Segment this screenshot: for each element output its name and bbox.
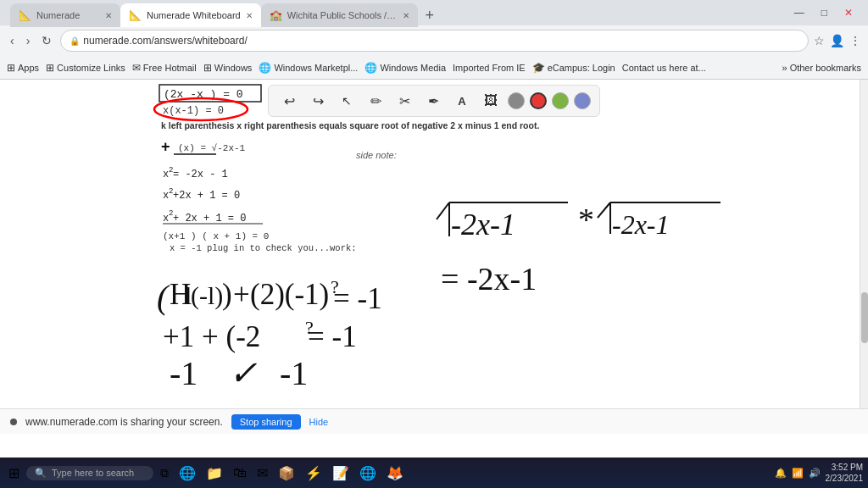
maximize-button[interactable]: □: [818, 7, 831, 19]
bm-marketplace[interactable]: 🌐 Windows Marketpl...: [259, 62, 358, 74]
bm-windows[interactable]: ⊞ Windows: [203, 62, 253, 74]
search-icon: 🔍: [35, 468, 47, 479]
redo-button[interactable]: ↪: [306, 89, 330, 113]
svg-rect-0: [159, 85, 261, 102]
customize-icon: ⊞: [46, 62, 54, 74]
tab-favicon-1: 📐: [19, 9, 31, 21]
svg-text:(-l): (-l): [191, 281, 223, 310]
image-button[interactable]: 🖼: [479, 89, 503, 113]
svg-text:l: l: [185, 281, 192, 309]
store-icon[interactable]: 🛍: [230, 465, 250, 480]
select-button[interactable]: ↖: [335, 89, 359, 113]
star-icon[interactable]: ☆: [814, 34, 825, 47]
extensions-icon[interactable]: ⋮: [849, 34, 861, 47]
ecampus-icon: 🎓: [532, 62, 545, 74]
bm-imported[interactable]: Imported From IE: [453, 63, 526, 73]
sharing-indicator: [10, 419, 17, 425]
dropbox-icon[interactable]: 📦: [275, 465, 298, 481]
windows-start-icon[interactable]: ⊞: [5, 465, 23, 481]
svg-text:): ): [222, 278, 232, 311]
svg-text:?: ?: [331, 276, 339, 297]
svg-point-2: [154, 98, 248, 120]
svg-text:✓: ✓: [229, 354, 258, 392]
pen-button[interactable]: ✒: [421, 89, 445, 113]
tab-whiteboard[interactable]: 📐 Numerade Whiteboard ✕: [120, 3, 261, 27]
svg-text:x: x: [163, 213, 169, 225]
close-button[interactable]: ✕: [841, 7, 856, 19]
scrollbar[interactable]: [860, 80, 868, 434]
svg-text:(x) = √-2x-1: (x) = √-2x-1: [178, 143, 246, 153]
svg-text:(2x  -x ) = 0: (2x -x ) = 0: [164, 88, 243, 101]
lock-icon: 🔒: [70, 36, 80, 46]
app-icon-5[interactable]: ⚡: [302, 465, 326, 481]
sharing-message: www.numerade.com is sharing your screen.: [25, 416, 223, 428]
svg-text:2: 2: [169, 187, 173, 196]
windows-icon: ⊞: [203, 62, 212, 74]
svg-text:-2x-1: -2x-1: [451, 208, 515, 241]
text-button[interactable]: A: [450, 89, 474, 113]
clock[interactable]: 3:52 PM 2/23/2021: [826, 462, 864, 484]
back-button[interactable]: ‹: [7, 32, 18, 49]
network-icon[interactable]: 📶: [792, 468, 804, 479]
undo-button[interactable]: ↩: [277, 89, 301, 113]
address-bar[interactable]: 🔒 numerade.com/answers/whiteboard/: [60, 30, 809, 52]
word-icon[interactable]: 📝: [329, 465, 353, 481]
new-tab-button[interactable]: +: [418, 3, 442, 27]
svg-text:k left parenthesis x right par: k left parenthesis x right parenthesis e…: [161, 120, 539, 130]
svg-text:(2)(-1): (2)(-1): [250, 278, 329, 311]
svg-text:+2x  + 1 = 0: +2x + 1 = 0: [173, 190, 240, 202]
tab-numerade[interactable]: 📐 Numerade ✕: [10, 3, 120, 27]
mail-icon[interactable]: ✉: [253, 465, 271, 481]
svg-text:+: +: [233, 278, 250, 311]
svg-text:x(x-1)  =  0: x(x-1) = 0: [163, 105, 224, 117]
forward-button[interactable]: ›: [23, 32, 34, 49]
bm-hotmail[interactable]: ✉ Free Hotmail: [132, 62, 197, 74]
bm-media[interactable]: 🌐 Windows Media: [364, 62, 446, 74]
bm-other[interactable]: » Other bookmarks: [782, 63, 862, 73]
explorer-icon[interactable]: 📁: [203, 465, 226, 481]
tab-close-2[interactable]: ✕: [246, 11, 253, 20]
svg-text:x = -1 plug in to check you...: x = -1 plug in to check you...work:: [170, 243, 357, 253]
edge-icon[interactable]: 🌐: [175, 465, 199, 481]
hide-button[interactable]: Hide: [309, 417, 329, 427]
whiteboard-toolbar: ↩ ↪ ↖ ✏ ✂ ✒ A 🖼: [268, 85, 600, 117]
taskbar: ⊞ 🔍 Type here to search ⧉ 🌐 📁 🛍 ✉ 📦 ⚡ 📝 …: [0, 458, 868, 488]
tab-wichita[interactable]: 🏫 Wichita Public Schools / Homep… ✕: [261, 3, 418, 27]
pencil-button[interactable]: ✏: [364, 89, 387, 113]
minimize-button[interactable]: —: [791, 7, 808, 19]
bm-ecampus[interactable]: 🎓 eCampus: Login: [532, 62, 615, 74]
taskbar-search[interactable]: 🔍 Type here to search: [26, 466, 153, 480]
media-icon: 🌐: [364, 62, 377, 74]
sharing-bar: www.numerade.com is sharing your screen.…: [0, 408, 868, 434]
tab-close-3[interactable]: ✕: [403, 11, 409, 20]
eraser-button[interactable]: ✂: [392, 89, 416, 113]
svg-text:= -2x-1: = -2x-1: [441, 261, 537, 297]
tab-close-1[interactable]: ✕: [105, 11, 112, 20]
task-view-icon[interactable]: ⧉: [157, 466, 172, 480]
svg-text:+: +: [161, 138, 170, 155]
chrome-icon[interactable]: 🌐: [356, 465, 380, 481]
tab-label-1: Numerade: [36, 10, 80, 20]
whiteboard-canvas[interactable]: (2x -x ) = 0 x(x-1) = 0 k left parenthes…: [0, 80, 868, 434]
volume-icon[interactable]: 🔊: [809, 468, 821, 479]
bm-apps[interactable]: ⊞ Apps: [7, 62, 39, 74]
stop-sharing-button[interactable]: Stop sharing: [231, 414, 301, 430]
color-red[interactable]: [530, 92, 547, 109]
profile-icon[interactable]: 👤: [830, 34, 844, 47]
app-icon-7[interactable]: 🦊: [383, 465, 407, 481]
svg-text:+1 + (-2: +1 + (-2: [163, 320, 260, 353]
svg-text:-2x-1: -2x-1: [612, 209, 670, 240]
color-green[interactable]: [552, 92, 569, 109]
svg-text:H: H: [170, 278, 191, 311]
tab-favicon-3: 🏫: [270, 9, 282, 21]
refresh-button[interactable]: ↻: [38, 32, 55, 49]
color-gray[interactable]: [508, 92, 525, 109]
search-placeholder: Type here to search: [52, 468, 134, 478]
color-purple[interactable]: [574, 92, 591, 109]
scrollbar-thumb[interactable]: [861, 292, 868, 343]
marketplace-icon: 🌐: [259, 62, 271, 74]
bm-contact[interactable]: Contact us here at...: [622, 63, 706, 73]
svg-text:(x+1 ) ( x + 1)  = 0: (x+1 ) ( x + 1) = 0: [163, 231, 269, 241]
bm-customize[interactable]: ⊞ Customize Links: [46, 62, 125, 74]
notification-icon[interactable]: 🔔: [775, 468, 787, 479]
